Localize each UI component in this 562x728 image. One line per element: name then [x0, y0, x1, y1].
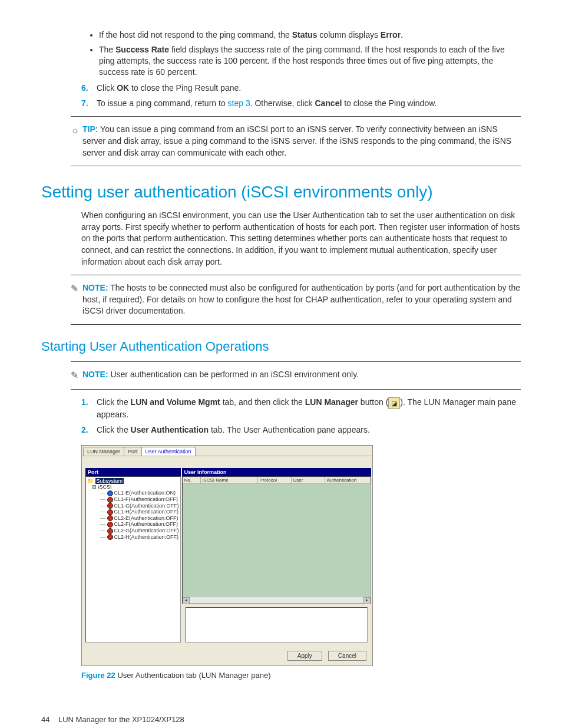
horizontal-scrollbar[interactable]: ◂ ▸: [183, 597, 371, 603]
scroll-right-button[interactable]: ▸: [363, 597, 371, 604]
bullet-item: The Success Rate field displays the succ…: [99, 44, 521, 78]
apply-button[interactable]: Apply: [287, 651, 322, 661]
step-number: 1.: [81, 397, 97, 420]
tree-leaf-label: CL1-G(Authentication:OFF): [114, 503, 179, 509]
text: The: [99, 45, 115, 54]
note-icon: ✎: [71, 282, 82, 317]
note-text: User authentication can be performed in …: [110, 370, 359, 379]
panel-title-port: Port: [85, 468, 181, 476]
column-header[interactable]: iSCSI Name: [201, 477, 258, 483]
figure-caption: Figure 22 User Authentication tab (LUN M…: [81, 671, 521, 680]
tree-leaf-label: CL1-E(Authentication:ON): [114, 490, 176, 496]
text-bold: OK: [117, 83, 129, 93]
text: to close the Ping window.: [342, 98, 437, 108]
tip-block: ☼ TIP: You can issue a ping command from…: [71, 124, 521, 159]
status-off-icon: [107, 515, 113, 521]
footer-title: LUN Manager for the XP1024/XP128: [58, 715, 184, 724]
detail-panel: [186, 607, 368, 643]
text: Click the: [97, 425, 131, 434]
text-bold: Error: [381, 30, 401, 39]
note-icon: ✎: [71, 369, 82, 382]
divider: [71, 116, 521, 117]
subsection-heading: Starting User Authentication Operations: [41, 339, 521, 354]
tree-leaf-port[interactable]: CL1-H(Authentication:OFF): [87, 509, 179, 515]
tree-leaf-port[interactable]: CL2-H(Authentication:OFF): [87, 534, 179, 541]
note-block: ✎ NOTE: User authentication can be perfo…: [71, 369, 521, 382]
divider: [71, 361, 521, 362]
note-label: NOTE:: [82, 370, 108, 379]
text-bold: Cancel: [315, 98, 342, 108]
step-list: 1. Click the LUN and Volume Mgmt tab, an…: [81, 397, 521, 436]
folder-icon: 📁: [87, 478, 94, 484]
port-tree[interactable]: 📁 Subsystem iSCSI CL1-E(Authentication:O…: [85, 476, 181, 643]
figure-caption-text: User Authentication tab (LUN Manager pan…: [115, 671, 271, 680]
button-row: Apply Cancel: [82, 646, 372, 666]
text-bold: LUN Manager: [305, 397, 358, 407]
bullet-list: If the host did not respond to the ping …: [81, 29, 521, 78]
column-header[interactable]: Protocol: [258, 477, 292, 483]
step-number: 6.: [81, 83, 97, 94]
table-header-row: No.iSCSI NameProtocolUserAuthentication: [183, 477, 371, 484]
divider: [71, 275, 521, 275]
figure-number: Figure 22: [81, 671, 115, 680]
tree-node-iscsi[interactable]: iSCSI: [92, 484, 112, 490]
text: to close the Ping Result pane.: [129, 83, 241, 93]
page-number: 44: [41, 715, 49, 724]
scroll-left-button[interactable]: ◂: [183, 597, 190, 604]
tab-strip: LUN Manager Port User Authentication: [82, 446, 372, 456]
tree-leaf-port[interactable]: CL2-E(Authentication:OFF): [87, 515, 179, 522]
tree-leaf-port[interactable]: CL1-F(Authentication:OFF): [87, 496, 179, 503]
tab-user-authentication[interactable]: User Authentication: [141, 447, 196, 456]
page-footer: 44 LUN Manager for the XP1024/XP128: [41, 715, 521, 724]
text: tab. The User Authentication pane appear…: [209, 425, 370, 434]
tree-leaf-label: CL1-F(Authentication:OFF): [114, 496, 178, 502]
step-item: 1. Click the LUN and Volume Mgmt tab, an…: [81, 397, 521, 420]
text-bold: LUN and Volume Mgmt: [131, 397, 220, 407]
user-info-table[interactable]: No.iSCSI NameProtocolUserAuthentication …: [182, 476, 371, 604]
panel-title-user-info: User Information: [182, 468, 371, 476]
tree-leaf-port[interactable]: CL2-G(Authentication:OFF): [87, 528, 179, 534]
text: Click the: [97, 397, 131, 407]
tree-leaf-label: CL2-G(Authentication:OFF): [114, 528, 179, 533]
text: If the host did not respond to the ping …: [99, 30, 292, 39]
step-number: 2.: [81, 424, 97, 436]
status-off-icon: [107, 503, 113, 509]
note-block: ✎ NOTE: The hosts to be connected must a…: [71, 282, 521, 317]
section-heading: Setting user authentication (iSCSI envir…: [41, 183, 521, 202]
figure: LUN Manager Port User Authentication Por…: [81, 445, 521, 680]
tree-leaf-label: CL2-H(Authentication:OFF): [114, 534, 179, 540]
tree-leaf-label: CL1-H(Authentication:OFF): [114, 509, 179, 515]
column-header[interactable]: Authentication: [325, 477, 371, 483]
note-label: NOTE:: [82, 283, 108, 292]
text-bold: Success Rate: [115, 45, 169, 54]
tab-port[interactable]: Port: [124, 447, 142, 456]
status-off-icon: [107, 528, 113, 534]
note-text: The hosts to be connected must also be c…: [82, 283, 520, 315]
port-panel: Port 📁 Subsystem iSCSI CL1-E(Authenticat…: [85, 468, 181, 643]
user-info-panel: User Information No.iSCSI NameProtocolUs…: [182, 468, 371, 643]
text: To issue a ping command, return to: [97, 98, 228, 108]
cross-reference-link[interactable]: step 3: [228, 98, 250, 108]
column-header[interactable]: User: [292, 477, 325, 483]
column-header[interactable]: No.: [183, 477, 201, 483]
status-off-icon: [107, 534, 113, 540]
lun-manager-icon: ◪: [388, 397, 400, 409]
divider: [71, 166, 521, 166]
tree-leaf-label: CL2-F(Authentication:OFF): [114, 521, 178, 527]
tree-leaf-port[interactable]: CL1-G(Authentication:OFF): [87, 503, 179, 509]
tree-leaf-port[interactable]: CL2-F(Authentication:OFF): [87, 521, 179, 528]
divider: [71, 324, 521, 325]
tree-leaf-label: CL2-E(Authentication:OFF): [114, 515, 178, 521]
cancel-button[interactable]: Cancel: [328, 651, 366, 661]
status-off-icon: [107, 497, 113, 503]
tab-lun-manager[interactable]: LUN Manager: [83, 447, 124, 456]
step-item: 2. Click the User Authentication tab. Th…: [81, 424, 521, 436]
text: .: [401, 30, 403, 39]
tree-root[interactable]: Subsystem: [95, 478, 124, 484]
step-item: 6. Click OK to close the Ping Result pan…: [81, 83, 521, 94]
text: column displays: [317, 30, 380, 39]
text-bold: User Authentication: [131, 425, 209, 434]
step-item: 7. To issue a ping command, return to st…: [81, 98, 521, 109]
text: button (: [358, 397, 388, 407]
tree-leaf-port[interactable]: CL1-E(Authentication:ON): [87, 490, 179, 496]
